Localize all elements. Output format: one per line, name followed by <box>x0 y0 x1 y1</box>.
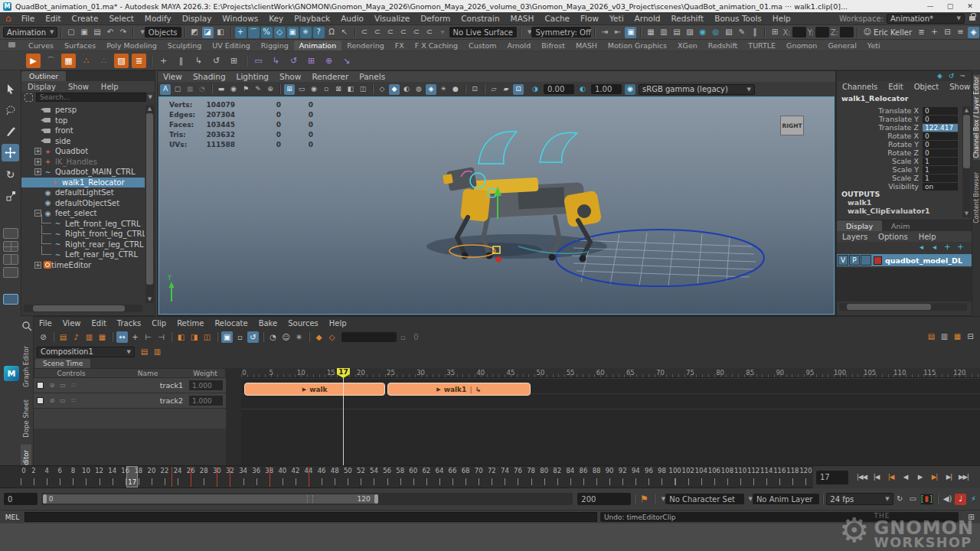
motion-blur-icon[interactable]: ● <box>450 84 461 95</box>
undo-icon[interactable]: ↶ <box>104 27 116 38</box>
outliner-item-quadbot[interactable]: ++Quadbot <box>21 146 145 157</box>
evaluation-mode-icon[interactable]: ⚡ <box>968 494 979 505</box>
te-filter-icon[interactable]: ▫ <box>397 331 409 343</box>
editable-motion-trail-icon[interactable]: ▨ <box>114 54 129 68</box>
channel-value-field[interactable]: 0 <box>923 107 958 115</box>
menu-help[interactable]: Help <box>324 319 352 328</box>
menu-channels[interactable]: Channels <box>837 83 883 91</box>
menu-windows[interactable]: Windows <box>217 14 263 23</box>
menu-mash[interactable]: MASH <box>505 14 540 23</box>
expand-toggle[interactable]: + <box>34 158 41 165</box>
menu-yeti[interactable]: Yeti <box>604 14 629 23</box>
render-current-frame-icon[interactable]: ▥ <box>658 27 669 38</box>
time-slider[interactable]: 0246810121416182022242628303234363840424… <box>0 465 813 488</box>
menu-edit[interactable]: Edit <box>40 14 66 23</box>
te-ripple-edit-icon[interactable]: ↔ <box>116 331 128 343</box>
menu-show[interactable]: Show <box>274 72 306 81</box>
textured-icon[interactable]: ◐ <box>401 84 412 95</box>
x-input[interactable] <box>792 27 806 37</box>
te-add-group-icon[interactable]: ▥ <box>83 331 95 343</box>
te-add-character-icon[interactable]: ☺ <box>280 331 292 343</box>
track-row-track2[interactable]: ⊘▭∷track21.000 <box>34 393 226 409</box>
shelf-tab-sculpting[interactable]: Sculpting <box>162 41 207 51</box>
light-editor-icon[interactable]: ▧ <box>723 27 734 38</box>
menu-panels[interactable]: Panels <box>354 72 390 81</box>
te-trim-end-icon[interactable]: ⊣ <box>155 331 167 343</box>
grid-toggle-icon[interactable]: ⊞ <box>284 84 295 95</box>
editor-tab-graph-editor[interactable]: Graph Editor <box>21 341 31 393</box>
color-management-icon[interactable]: ◉ <box>625 84 635 95</box>
menu-help[interactable]: Help <box>767 14 796 23</box>
workspace-controls-icon[interactable]: ◈ <box>968 27 979 38</box>
shelf-tab-redshift[interactable]: Redshift <box>703 41 743 51</box>
te-key-clip-icon[interactable]: ◆ <box>313 331 325 343</box>
channel-value-field[interactable]: on <box>923 183 958 191</box>
step-back-frame-button[interactable]: |◀ <box>870 470 883 485</box>
render-settings-icon[interactable]: ▨ <box>684 27 695 38</box>
home-icon[interactable]: ⌂ <box>5 13 11 24</box>
isolate-select-icon[interactable]: ▢ <box>172 84 183 95</box>
set-key-icon[interactable]: ▦ <box>61 54 76 68</box>
ambient-occlusion-icon[interactable]: ☀ <box>438 84 449 95</box>
command-input[interactable] <box>24 512 597 522</box>
outliner-item-top[interactable]: top <box>21 116 145 126</box>
channel-value-field[interactable]: 1 <box>923 158 958 165</box>
play-backwards-button[interactable]: ◀ <box>899 470 912 485</box>
menu-view[interactable]: View <box>158 72 188 81</box>
exposure-field[interactable]: 0.00 <box>544 84 574 94</box>
layer-name[interactable]: quadbot_model_DL <box>885 256 962 265</box>
character-set-dropdown[interactable]: No Character Set <box>665 494 744 504</box>
redo-icon[interactable]: ↷ <box>117 27 129 38</box>
track-mute-icon[interactable]: ⊘ <box>47 381 57 390</box>
new-layer-from-selected-icon[interactable]: + <box>955 242 966 253</box>
outliner-vertical-scrollbar[interactable]: ▲ ▼ <box>145 105 154 303</box>
script-editor-icon[interactable]: ⊞ <box>965 511 977 523</box>
te-options-icon[interactable]: ⊟ <box>965 331 976 342</box>
menu-relocate[interactable]: Relocate <box>209 319 253 328</box>
channel-translate-x[interactable]: Translate X0 <box>837 106 959 115</box>
shelf-tab-surfaces[interactable]: Surfaces <box>59 41 101 51</box>
shelf-tab-bifrost[interactable]: Bifrost <box>536 41 570 51</box>
step-forward-frame-button[interactable]: ▶| <box>942 470 956 485</box>
outliner-item-right-rear-leg-ctrl[interactable]: ~Right_rear_leg_CTRL <box>21 240 145 250</box>
shelf-tab-xgen[interactable]: XGen <box>672 41 703 51</box>
select-tool-icon[interactable] <box>2 80 19 97</box>
outliner-toggle-icon[interactable]: ≣ <box>916 27 927 38</box>
pause-viewport-icon[interactable]: ‖ <box>749 27 760 38</box>
menu-renderer[interactable]: Renderer <box>306 72 354 81</box>
range-start-handle[interactable] <box>43 494 47 504</box>
wireframe-icon[interactable]: ◇ <box>377 84 387 95</box>
outliner-item-feet-select[interactable]: −◉feet_select <box>21 208 145 219</box>
channel-value-field[interactable]: 1 <box>923 166 958 174</box>
orient-constraint-icon[interactable]: ↺ <box>286 54 301 68</box>
menu-deform[interactable]: Deform <box>415 14 456 23</box>
outliner-item-walk1-relocator[interactable]: +walk1_Relocator <box>21 178 145 188</box>
history-toggle-icon[interactable]: ⊂ <box>411 27 423 38</box>
outliner-item-persp[interactable]: persp <box>21 105 145 116</box>
snap-help-icon[interactable]: ? <box>313 27 325 38</box>
te-name-field[interactable] <box>341 332 397 342</box>
select-component-icon[interactable]: ◧ <box>215 27 227 38</box>
display-layer-row[interactable]: V P . quadbot_model_DL <box>837 254 972 266</box>
shelf-tab-curves[interactable]: Curves <box>23 41 59 51</box>
aim-constraint-icon[interactable]: ⊕ <box>322 54 336 68</box>
open-prev-panel-icon[interactable]: ⇤ <box>612 27 623 38</box>
range-slider[interactable]: 0 120 <box>41 493 573 505</box>
te-add-clip-icon[interactable]: ▤ <box>57 331 69 343</box>
outliner-item-timeeditor[interactable]: +timeEditor <box>21 260 145 271</box>
te-mute-ghost-icon[interactable]: ⊘ <box>38 331 49 343</box>
outliner-item-side[interactable]: side <box>21 136 145 147</box>
layer-color-swatch[interactable] <box>874 256 882 265</box>
selection-mask-dropdown[interactable]: Objects <box>145 27 181 37</box>
side-tab-content-browser[interactable]: Content Browser <box>973 171 980 225</box>
hypershade-icon[interactable]: ◉ <box>697 27 708 38</box>
camera-select-icon[interactable]: ▬ <box>216 84 227 95</box>
camera-attributes-icon[interactable]: ◉ <box>228 84 239 95</box>
snap-grid-icon[interactable]: + <box>235 27 247 38</box>
expand-toggle[interactable]: + <box>34 262 41 269</box>
shelf-tab-uv-editing[interactable]: UV Editing <box>207 41 256 51</box>
shelf-tab-rigging[interactable]: Rigging <box>256 41 294 51</box>
channel-translate-z[interactable]: Translate Z122.417 <box>837 123 959 132</box>
menu-redshift[interactable]: Redshift <box>666 14 710 23</box>
te-pin-panel-icon[interactable]: ▦ <box>952 331 963 342</box>
